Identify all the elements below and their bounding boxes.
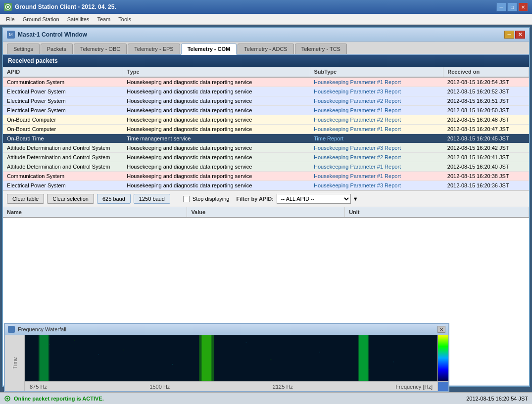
table-row[interactable]: Electrical Power SystemHousekeeping and …: [3, 96, 529, 106]
cell-type: Housekeeping and diagnostic data reporti…: [123, 143, 310, 153]
cell-type: Housekeeping and diagnostic data reporti…: [123, 153, 310, 162]
cell-subtype: Housekeeping Parameter #1 Report: [310, 162, 443, 172]
filter-dropdown-icon[interactable]: ▼: [353, 196, 358, 202]
close-app-button[interactable]: ✕: [518, 2, 528, 11]
cell-type: Housekeeping and diagnostic data reporti…: [123, 87, 310, 96]
menu-bar: File Ground Station Satellites Team Tool…: [0, 14, 532, 25]
control-window-titlebar: M Masat-1 Control Window ─ ✕: [3, 28, 529, 42]
menu-team[interactable]: Team: [93, 15, 114, 23]
stop-displaying-label: Stop displaying: [193, 196, 230, 202]
cell-type: Housekeeping and diagnostic data reporti…: [123, 115, 310, 125]
table-row[interactable]: Electrical Power SystemHousekeeping and …: [3, 87, 529, 96]
cell-received: 2012-08-15 16:20:47 JST: [443, 125, 529, 134]
table-row[interactable]: Attitude Determination and Control Syste…: [3, 162, 529, 172]
table-row[interactable]: On-Board ComputerHousekeeping and diagno…: [3, 115, 529, 125]
cell-received: 2012-08-15 16:20:36 JST: [443, 181, 529, 190]
table-row[interactable]: On-Board ComputerHousekeeping and diagno…: [3, 125, 529, 134]
cell-apid: Communication System: [3, 77, 123, 87]
cell-received: 2012-08-15 16:20:45 JST: [443, 134, 529, 143]
tab-telemetry-obc[interactable]: Telemetry - OBC: [74, 44, 127, 54]
waterfall-xlabel-unit: Frequency [Hz]: [395, 384, 433, 390]
cell-type: Housekeeping and diagnostic data reporti…: [123, 96, 310, 106]
table-row[interactable]: Electrical Power SystemHousekeeping and …: [3, 181, 529, 190]
control-window-icon: M: [7, 31, 15, 39]
maximize-button[interactable]: □: [507, 2, 517, 11]
cell-type: Housekeeping and diagnostic data reporti…: [123, 172, 310, 181]
baud-625-button[interactable]: 625 baud: [97, 194, 131, 204]
cell-type: Housekeeping and diagnostic data reporti…: [123, 190, 310, 191]
menu-file[interactable]: File: [2, 15, 19, 23]
cell-apid: Attitude Determination and Control Syste…: [3, 153, 123, 162]
col-type: Type: [123, 67, 310, 77]
waterfall-title: Frequency Waterfall: [18, 326, 66, 332]
clear-selection-button[interactable]: Clear selection: [47, 194, 94, 204]
cell-received: 2012-08-15 16:20:35 JST: [443, 190, 529, 191]
waterfall-icon: [8, 326, 15, 333]
waterfall-xlabel-1500: 1500 Hz: [149, 384, 170, 390]
cell-apid: Attitude Determination and Control Syste…: [3, 143, 123, 153]
tab-telemetry-com[interactable]: Telemetry - COM: [181, 44, 237, 55]
app-titlebar: Ground Station Client - 2012. 04. 25. ─ …: [0, 0, 532, 14]
cell-received: 2012-08-15 16:20:51 JST: [443, 96, 529, 106]
control-window-minimize[interactable]: ─: [504, 31, 514, 39]
status-message: Online packet reporting is ACTIVE.: [14, 396, 104, 402]
control-window-title: Masat-1 Control Window: [18, 31, 87, 38]
minimize-button[interactable]: ─: [496, 2, 506, 11]
clear-table-button[interactable]: Clear table: [7, 194, 44, 204]
col-subtype: SubType: [310, 67, 443, 77]
menu-ground-station[interactable]: Ground Station: [19, 15, 63, 23]
packet-table-container[interactable]: APID Type SubType Received on Communicat…: [3, 67, 529, 190]
cell-apid: Electrical Power System: [3, 87, 123, 96]
table-row[interactable]: Electrical Power SystemHousekeeping and …: [3, 190, 529, 191]
waterfall-window: Frequency Waterfall ✕ Time: [4, 323, 449, 392]
table-row[interactable]: Communication SystemHousekeeping and dia…: [3, 172, 529, 181]
menu-satellites[interactable]: Satellites: [63, 15, 94, 23]
waterfall-ylabel: Time: [5, 335, 25, 391]
cell-apid: On-Board Computer: [3, 125, 123, 134]
status-bar: Online packet reporting is ACTIVE. 2012-…: [0, 392, 532, 404]
cell-apid: Electrical Power System: [3, 106, 123, 115]
table-row[interactable]: Communication SystemHousekeeping and dia…: [3, 77, 529, 87]
cell-subtype: Housekeeping Parameter #2 Report: [310, 190, 443, 191]
svg-point-22: [6, 398, 8, 400]
packet-table-body: Communication SystemHousekeeping and dia…: [3, 77, 529, 190]
detail-col-name: Name: [3, 207, 187, 218]
cell-subtype: Housekeeping Parameter #2 Report: [310, 96, 443, 106]
cell-subtype: Housekeeping Parameter #3 Report: [310, 181, 443, 190]
cell-apid: Attitude Determination and Control Syste…: [3, 162, 123, 172]
window-controls: ─ □ ✕: [496, 2, 528, 11]
filter-section: Filter by APID: -- ALL APID --Communicat…: [236, 194, 358, 204]
cell-type: Time management service: [123, 134, 310, 143]
menu-tools[interactable]: Tools: [114, 15, 135, 23]
table-row[interactable]: Attitude Determination and Control Syste…: [3, 153, 529, 162]
waterfall-legend: [437, 335, 448, 391]
cell-apid: Electrical Power System: [3, 96, 123, 106]
table-row[interactable]: Electrical Power SystemHousekeeping and …: [3, 106, 529, 115]
waterfall-close-button[interactable]: ✕: [437, 326, 445, 333]
tab-telemetry-eps[interactable]: Telemetry - EPS: [128, 44, 180, 54]
tab-telemetry-adcs[interactable]: Telemetry - ADCS: [238, 44, 293, 54]
tab-packets[interactable]: Packets: [41, 44, 73, 54]
filter-apid-select[interactable]: -- ALL APID --Communication SystemElectr…: [277, 194, 351, 204]
cell-subtype: Housekeeping Parameter #1 Report: [310, 172, 443, 181]
tab-telemetry-tcs[interactable]: Telemetry - TCS: [295, 44, 347, 54]
control-window-close[interactable]: ✕: [515, 31, 525, 39]
cell-type: Housekeeping and diagnostic data reporti…: [123, 162, 310, 172]
waterfall-main: 875 Hz 1500 Hz 2125 Hz Frequency [Hz]: [25, 335, 437, 391]
baud-1250-button[interactable]: 1250 baud: [134, 194, 170, 204]
received-packets-title: Received packets: [8, 57, 58, 64]
tab-settings[interactable]: Settings: [7, 44, 40, 54]
detail-table: Name Value Unit: [3, 207, 529, 218]
stop-displaying-checkbox[interactable]: [183, 196, 190, 202]
cell-type: Housekeeping and diagnostic data reporti…: [123, 77, 310, 87]
cell-apid: Electrical Power System: [3, 190, 123, 191]
cell-subtype: Time Report: [310, 134, 443, 143]
waterfall-xlabel-2125: 2125 Hz: [273, 384, 293, 390]
svg-point-1: [7, 6, 9, 8]
table-row[interactable]: On-Board TimeTime management serviceTime…: [3, 134, 529, 143]
cell-subtype: Housekeeping Parameter #1 Report: [310, 106, 443, 115]
cell-subtype: Housekeeping Parameter #3 Report: [310, 143, 443, 153]
col-apid: APID: [3, 67, 123, 77]
waterfall-colorbar: [438, 335, 448, 381]
table-row[interactable]: Attitude Determination and Control Syste…: [3, 143, 529, 153]
